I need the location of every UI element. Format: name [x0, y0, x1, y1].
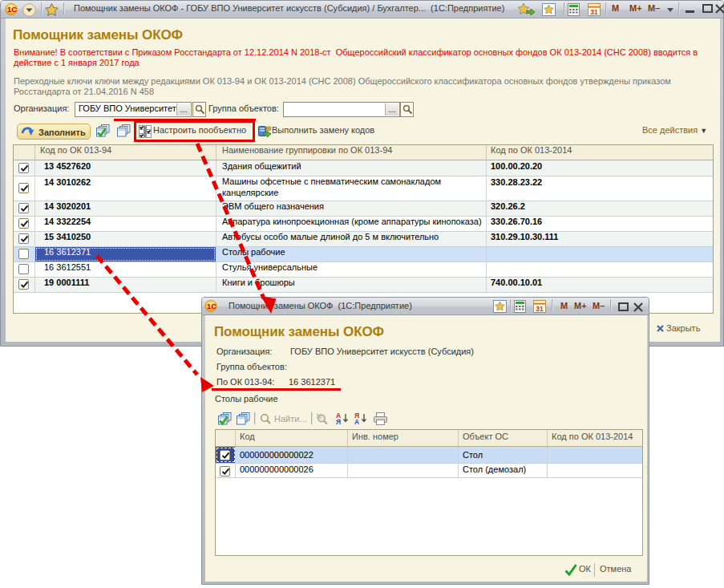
svg-text:1С: 1С — [7, 5, 17, 14]
svg-text:31: 31 — [590, 8, 598, 16]
svg-text:Я: Я — [336, 418, 341, 425]
svg-text:А: А — [354, 418, 359, 425]
svg-text:31: 31 — [536, 305, 544, 313]
svg-text:1С: 1С — [207, 302, 216, 310]
